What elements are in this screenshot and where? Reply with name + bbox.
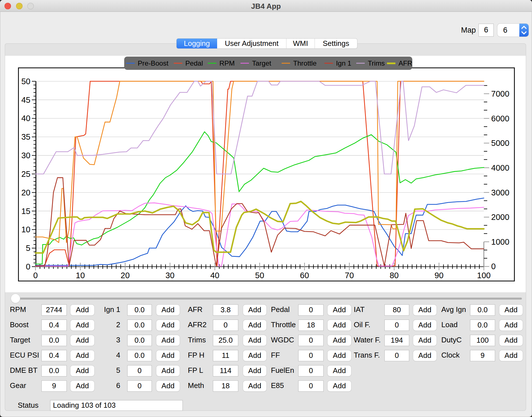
svg-text:2000: 2000 bbox=[491, 213, 509, 222]
svg-text:80: 80 bbox=[389, 271, 399, 280]
svg-text:70: 70 bbox=[345, 271, 354, 280]
svg-text:4000: 4000 bbox=[491, 163, 509, 172]
svg-text:5: 5 bbox=[26, 244, 30, 253]
svg-text:50: 50 bbox=[21, 77, 30, 86]
svg-text:3000: 3000 bbox=[491, 188, 509, 197]
svg-text:10: 10 bbox=[21, 225, 30, 234]
svg-text:30: 30 bbox=[21, 151, 30, 160]
svg-text:0: 0 bbox=[26, 262, 30, 271]
svg-text:100: 100 bbox=[477, 271, 491, 280]
svg-text:45: 45 bbox=[21, 95, 30, 104]
svg-text:0: 0 bbox=[33, 271, 38, 280]
svg-text:30: 30 bbox=[165, 271, 174, 280]
svg-text:7000: 7000 bbox=[491, 89, 509, 98]
svg-text:10: 10 bbox=[76, 271, 85, 280]
svg-text:15: 15 bbox=[21, 207, 30, 216]
svg-text:6000: 6000 bbox=[491, 114, 509, 123]
svg-text:1000: 1000 bbox=[491, 237, 509, 246]
svg-text:35: 35 bbox=[21, 132, 30, 141]
svg-text:20: 20 bbox=[21, 188, 30, 197]
svg-text:40: 40 bbox=[210, 271, 219, 280]
svg-text:5000: 5000 bbox=[491, 139, 509, 148]
svg-text:60: 60 bbox=[300, 271, 309, 280]
svg-text:20: 20 bbox=[121, 271, 130, 280]
svg-text:90: 90 bbox=[435, 271, 444, 280]
svg-text:25: 25 bbox=[21, 170, 30, 179]
svg-text:50: 50 bbox=[255, 271, 264, 280]
svg-text:0: 0 bbox=[491, 262, 496, 271]
svg-text:40: 40 bbox=[21, 114, 30, 123]
